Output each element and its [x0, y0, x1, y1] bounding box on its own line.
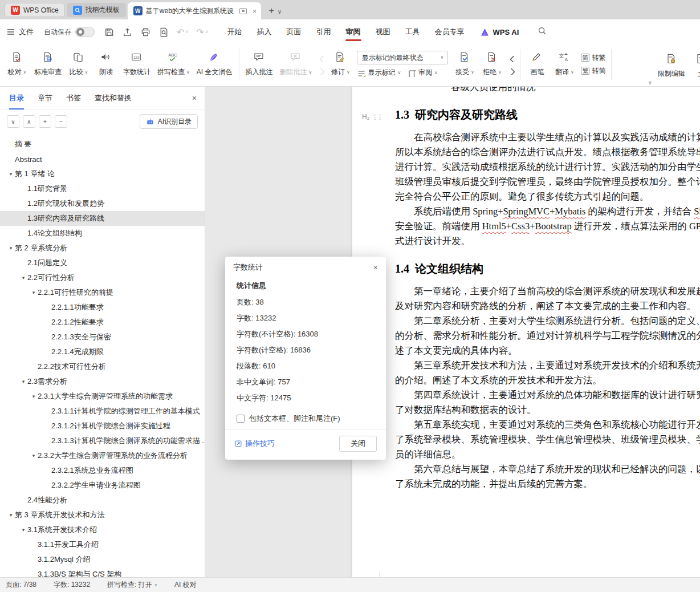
- toc-item[interactable]: ▾3.1系统开发技术介绍: [0, 522, 205, 537]
- dialog-close-button[interactable]: 关闭: [339, 436, 377, 452]
- accept-button[interactable]: 接受∨: [451, 47, 478, 82]
- word-count-button[interactable]: 123 字数统计: [120, 47, 154, 82]
- checkbox-box[interactable]: [237, 415, 245, 423]
- wps-ai-button[interactable]: WPS AI: [480, 27, 519, 37]
- sidebar-tab[interactable]: 目录: [8, 87, 25, 110]
- file-menu-button[interactable]: 文件: [7, 27, 34, 37]
- toc-item[interactable]: 2.4性能分析: [0, 493, 205, 508]
- menu-tab[interactable]: 审阅: [339, 20, 368, 44]
- drag-handle-icon[interactable]: ⋮⋮: [372, 110, 382, 124]
- save-icon[interactable]: [104, 27, 115, 38]
- sidebar-close-icon[interactable]: ×: [192, 94, 197, 103]
- clipped-ribbon-button[interactable]: 文: [687, 48, 700, 83]
- increase-level-button[interactable]: +: [39, 115, 51, 128]
- toc-item[interactable]: 摘 要: [0, 137, 205, 152]
- tab-list-dropdown-icon[interactable]: ∨: [278, 9, 282, 15]
- ai-proofread-indicator[interactable]: AI 校对: [174, 580, 197, 590]
- read-aloud-button[interactable]: 朗读: [92, 47, 120, 82]
- tab-current-document[interactable]: W 基于web的大学生综测系统设 ×: [128, 2, 262, 19]
- print-preview-icon[interactable]: [158, 27, 169, 38]
- tab-close-icon[interactable]: ×: [253, 7, 257, 15]
- toc-expand-arrow[interactable]: ▾: [19, 379, 27, 384]
- tab-wps-office[interactable]: W WPS Office: [5, 3, 65, 17]
- toc-item[interactable]: 3.1.2Mysql 介绍: [0, 552, 205, 567]
- insert-comment-button[interactable]: 插入批注: [242, 47, 276, 82]
- search-icon[interactable]: [537, 26, 547, 38]
- toc-expand-arrow[interactable]: ▾: [30, 394, 38, 399]
- toc-item[interactable]: 2.2.1.1功能要求: [0, 300, 205, 315]
- decrease-level-button[interactable]: −: [55, 115, 67, 128]
- document-page[interactable]: 各级人员使用的情况H₂⋮⋮1.3 研究内容及研究路线 在高校综合测评系统中主要以…: [352, 87, 700, 577]
- sidebar-tab[interactable]: 查找和替换: [93, 87, 133, 110]
- toc-item[interactable]: 3.1.3B/S 架构与 C/S 架构: [0, 567, 205, 577]
- show-markup-button[interactable]: 显示标记∨: [357, 68, 401, 78]
- new-tab-button[interactable]: +: [268, 6, 274, 16]
- toc-item[interactable]: 1.2研究现状和发展趋势: [0, 196, 205, 211]
- autosave-toggle[interactable]: [75, 27, 95, 37]
- expand-all-button[interactable]: ∨: [7, 115, 19, 128]
- toc-item[interactable]: ▾2.2可行性分析: [0, 270, 205, 285]
- word-count-indicator[interactable]: 字数: 13232: [54, 580, 90, 590]
- menu-tab[interactable]: 页面: [279, 20, 309, 44]
- redo-button[interactable]: ↷∨: [196, 27, 208, 38]
- ink-brush-button[interactable]: 画笔: [523, 47, 551, 82]
- toc-item[interactable]: 2.3.2.1系统总业务流程图: [0, 463, 205, 478]
- toc-expand-arrow[interactable]: ▾: [19, 527, 27, 533]
- toc-item[interactable]: 2.2.1.3安全与保密: [0, 330, 205, 344]
- collapse-all-button[interactable]: ∧: [23, 115, 35, 128]
- menu-tab[interactable]: 引用: [309, 20, 339, 44]
- undo-button[interactable]: ↶∨: [177, 27, 189, 38]
- review-pane-button[interactable]: 审阅∨: [408, 68, 438, 78]
- toc-item[interactable]: ▾2.2.1可行性研究的前提: [0, 285, 205, 300]
- toc-item[interactable]: ▾2.3.2大学生综合测评管理系统的业务流程分析: [0, 448, 205, 463]
- spellcheck-indicator[interactable]: 拼写检查: 打开∨: [107, 580, 157, 590]
- sidebar-tab[interactable]: 书签: [65, 87, 82, 110]
- menu-tab[interactable]: 插入: [250, 20, 279, 44]
- ribbon-collapse-icon[interactable]: ∨: [648, 79, 652, 86]
- reject-button[interactable]: 拒绝∨: [478, 47, 506, 82]
- tips-link[interactable]: 操作技巧: [234, 439, 275, 449]
- track-changes-button[interactable]: 修订∨: [327, 47, 354, 82]
- toc-item[interactable]: 2.1问题定义: [0, 256, 205, 270]
- compare-button[interactable]: 比较∨: [65, 47, 92, 82]
- page-indicator[interactable]: 页面: 7/38: [6, 580, 36, 590]
- toc-expand-arrow[interactable]: ▾: [7, 171, 15, 177]
- toc-expand-arrow[interactable]: ▾: [7, 512, 15, 518]
- menu-tab[interactable]: 开始: [220, 20, 250, 44]
- toc-expand-arrow[interactable]: ▾: [30, 290, 38, 295]
- toc-item[interactable]: ▾第 1 章绪 论: [0, 167, 205, 181]
- print-icon[interactable]: [140, 27, 151, 38]
- ai-polish-button[interactable]: AI 全文润色: [193, 47, 236, 82]
- toc-expand-arrow[interactable]: ▾: [7, 245, 15, 251]
- dialog-close-icon[interactable]: ×: [373, 263, 378, 272]
- menu-tab[interactable]: 会员专享: [428, 20, 472, 44]
- toc-item[interactable]: 1.1研究背景: [0, 181, 205, 196]
- heading-level-marker[interactable]: H₂⋮⋮: [362, 110, 382, 124]
- toc-item[interactable]: ▾第 2 章系统分析: [0, 241, 205, 256]
- dialog-titlebar[interactable]: 字数统计 ×: [225, 257, 386, 278]
- toc-item[interactable]: 2.2.1.4完成期限: [0, 344, 205, 359]
- restrict-editing-button[interactable]: 限制编辑: [654, 48, 689, 83]
- toc-expand-arrow[interactable]: ▾: [30, 453, 38, 459]
- tab-docer-templates[interactable]: 找稻壳模板: [67, 3, 126, 17]
- to-traditional-button[interactable]: 简 转繁: [581, 53, 605, 63]
- toc-item[interactable]: 1.4论文组织结构: [0, 226, 205, 241]
- toc-item[interactable]: 2.2.1.2性能要求: [0, 315, 205, 330]
- previous-revision-icon[interactable]: [507, 54, 515, 62]
- toc-item[interactable]: 2.2.2技术可行性分析: [0, 359, 205, 374]
- markup-state-combobox[interactable]: 显示标记的最终状态 ∨: [357, 51, 448, 64]
- toc-item[interactable]: ▾2.3.1大学生综合测评管理系统的功能需求: [0, 389, 205, 404]
- translate-button[interactable]: 文A 翻译∨: [551, 47, 578, 82]
- spell-check-button[interactable]: ABC 拼写检查∨: [154, 47, 193, 82]
- to-simplified-button[interactable]: 繁 转简: [581, 66, 605, 76]
- toc-item[interactable]: 2.3.1.2计算机学院综合测评实施过程: [0, 419, 205, 433]
- toc-item[interactable]: ▾2.3需求分析: [0, 374, 205, 389]
- toc-item[interactable]: 2.3.1.1计算机学院的综测管理工作的基本模式: [0, 404, 205, 419]
- standard-review-button[interactable]: 标准审查: [31, 47, 65, 82]
- toc-item[interactable]: 2.3.1.3计算机学院综合测评系统的功能需求描 ...: [0, 433, 205, 448]
- toc-item[interactable]: 1.3研究内容及研究路线: [0, 211, 205, 226]
- toc-item[interactable]: ▾第 3 章系统开发技术和方法: [0, 508, 205, 522]
- proofread-button[interactable]: 校对∨: [3, 47, 31, 82]
- next-revision-icon[interactable]: [507, 67, 515, 75]
- menu-tab[interactable]: 工具: [398, 20, 428, 44]
